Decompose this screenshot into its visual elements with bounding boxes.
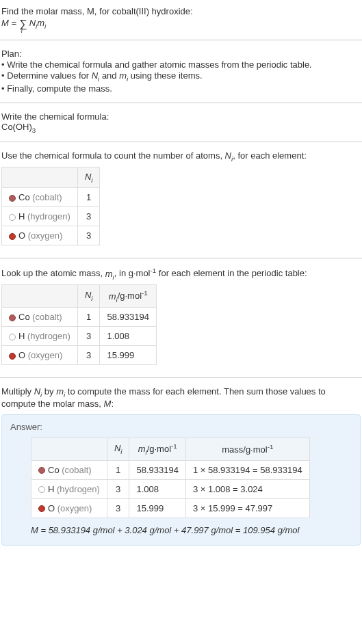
formula-terms: Nimi <box>29 18 47 28</box>
element-name: (cobalt) <box>32 192 62 202</box>
mi-value: 15.999 <box>100 346 156 365</box>
formula-main: M = <box>1 18 19 28</box>
oxygen-swatch-icon <box>9 353 16 360</box>
table-header-row: Ni mi/g·mol-1 <box>2 285 157 308</box>
element-cell: H (hydrogen) <box>2 207 78 226</box>
table-row: H (hydrogen) 3 1.008 3 × 1.008 = 3.024 <box>31 479 310 498</box>
count-prompt: Use the chemical formula to count the nu… <box>1 150 361 163</box>
count-prompt-a: Use the chemical formula to count the nu… <box>1 150 225 161</box>
answer-sum: M = 58.933194 g/mol + 3.024 g/mol + 47.9… <box>31 525 352 535</box>
multiply-block: Multiply Ni by mi to compute the mass fo… <box>0 384 362 412</box>
ni-header: Ni <box>107 438 129 460</box>
hydrogen-swatch-icon <box>9 214 16 221</box>
table-row: O (oxygen) 3 15.999 3 × 15.999 = 47.997 <box>31 498 310 518</box>
ni-value: 1 <box>77 308 100 327</box>
element-symbol: O <box>18 350 25 360</box>
divider <box>0 103 362 103</box>
element-name: (hydrogen) <box>27 211 70 222</box>
answer-table: Ni mi/g·mol-1 mass/g·mol-1 Co (cobalt) 1… <box>31 438 310 518</box>
cobalt-swatch-icon <box>9 195 16 202</box>
ni-value: 3 <box>77 226 100 245</box>
mi-value: 58.933194 <box>100 308 156 327</box>
element-name: (hydrogen) <box>57 484 100 494</box>
element-symbol: H <box>18 331 25 341</box>
oxygen-swatch-icon <box>38 505 45 512</box>
element-name: (cobalt) <box>62 465 91 475</box>
mass-calc: 1 × 58.933194 = 58.933194 <box>185 460 309 479</box>
mult-b: by <box>42 386 56 397</box>
element-symbol: H <box>48 484 54 494</box>
mi-value: 15.999 <box>129 498 185 518</box>
element-cell: Co (cobalt) <box>31 460 107 479</box>
mass-header: mass/g·mol-1 <box>185 438 309 460</box>
chem-formula-sub: 3 <box>32 126 36 133</box>
sigma-symbol: ∑ <box>19 18 27 29</box>
ni-value: 1 <box>107 460 129 479</box>
atom-count-table: Ni Co (cobalt) 1 H (hydrogen) 3 O (oxyge… <box>1 167 100 246</box>
plan-header: Plan: <box>1 49 361 59</box>
cobalt-swatch-icon <box>38 467 45 474</box>
ni-value: 3 <box>107 498 129 518</box>
divider <box>0 40 362 40</box>
chem-formula-base: Co(OH) <box>1 122 32 132</box>
element-cell: O (oxygen) <box>2 346 78 365</box>
intro-block: Find the molar mass, M, for cobalt(III) … <box>0 3 362 34</box>
element-symbol: Co <box>18 312 30 322</box>
ni-value: 3 <box>107 479 129 498</box>
mass-prompt-a: Look up the atomic mass, <box>1 269 105 279</box>
element-cell: H (hydrogen) <box>2 327 78 346</box>
element-symbol: Co <box>18 192 30 202</box>
table-header-row: Ni <box>2 167 100 188</box>
element-symbol: O <box>18 230 25 241</box>
divider <box>0 377 362 378</box>
plan-block: Plan: • Write the chemical formula and g… <box>0 46 362 97</box>
ni-value: 3 <box>77 346 100 365</box>
table-row: O (oxygen) 3 <box>2 226 100 245</box>
hydrogen-swatch-icon <box>38 486 45 493</box>
element-cell: O (oxygen) <box>31 498 107 518</box>
mass-calc: 3 × 15.999 = 47.997 <box>185 498 309 518</box>
element-name: (oxygen) <box>57 503 92 513</box>
mass-prompt-b: , in g·mol <box>114 269 151 279</box>
table-row: Co (cobalt) 1 <box>2 188 100 207</box>
empty-header <box>31 438 107 460</box>
atomic-mass-block: Look up the atomic mass, mi, in g·mol-1 … <box>0 264 362 372</box>
atomic-mass-table: Ni mi/g·mol-1 Co (cobalt) 1 58.933194 H … <box>1 284 157 365</box>
element-name: (hydrogen) <box>27 331 70 341</box>
empty-header <box>2 285 78 308</box>
chem-formula-block: Write the chemical formula: Co(OH)3 <box>0 109 362 137</box>
element-cell: H (hydrogen) <box>31 479 107 498</box>
mi-header: mi/g·mol-1 <box>129 438 185 460</box>
table-row: O (oxygen) 3 15.999 <box>2 346 157 365</box>
intro-line: Find the molar mass, M, for cobalt(III) … <box>1 6 361 16</box>
divider <box>0 258 362 258</box>
mult-d: : <box>111 399 114 409</box>
element-cell: O (oxygen) <box>2 226 78 245</box>
ni-value: 1 <box>77 188 100 207</box>
element-name: (oxygen) <box>28 350 63 360</box>
divider <box>0 142 362 142</box>
plan-item-2: • Determine values for Ni and mi using t… <box>1 70 361 83</box>
mass-prompt-c: for each element in the periodic table: <box>156 269 307 279</box>
mult-a: Multiply <box>1 386 34 397</box>
molar-mass-formula: M = ∑ i Nimi <box>1 18 361 30</box>
element-symbol: H <box>18 211 25 222</box>
oxygen-swatch-icon <box>9 233 16 240</box>
count-prompt-b: , for each element: <box>233 150 307 161</box>
mi-header: mi/g·mol-1 <box>100 285 156 308</box>
table-row: H (hydrogen) 3 <box>2 207 100 226</box>
chem-formula: Co(OH)3 <box>1 122 361 134</box>
atom-count-block: Use the chemical formula to count the nu… <box>0 148 362 252</box>
element-symbol: O <box>48 503 55 513</box>
empty-header <box>2 167 78 188</box>
mi-value: 1.008 <box>129 479 185 498</box>
element-cell: Co (cobalt) <box>2 188 78 207</box>
hydrogen-swatch-icon <box>9 334 16 340</box>
ni-header: Ni <box>77 167 100 188</box>
mass-prompt: Look up the atomic mass, mi, in g·mol-1 … <box>1 267 361 280</box>
sum-index: i <box>21 27 23 34</box>
element-name: (oxygen) <box>28 230 63 241</box>
intro-text: Find the molar mass, M, for cobalt(III) … <box>1 6 193 16</box>
table-header-row: Ni mi/g·mol-1 mass/g·mol-1 <box>31 438 310 460</box>
chem-prompt: Write the chemical formula: <box>1 111 361 122</box>
